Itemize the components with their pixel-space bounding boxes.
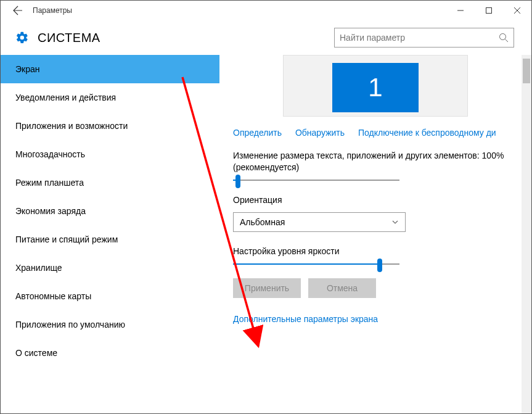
- sidebar-item-6[interactable]: Питание и спящий режим: [1, 225, 219, 254]
- svg-rect-1: [486, 8, 492, 14]
- maximize-icon: [486, 7, 492, 14]
- advanced-display-link[interactable]: Дополнительные параметры экрана: [233, 314, 518, 324]
- scroll-thumb[interactable]: [523, 59, 530, 83]
- minimize-button[interactable]: [446, 1, 475, 20]
- maximize-button[interactable]: [475, 1, 503, 20]
- orientation-value: Альбомная: [240, 217, 285, 227]
- apply-button[interactable]: Применить: [233, 278, 301, 298]
- gear-icon: [15, 31, 29, 44]
- window-title: Параметры: [33, 6, 72, 15]
- svg-line-5: [505, 39, 509, 43]
- display-preview[interactable]: 1: [283, 55, 468, 117]
- identify-link[interactable]: Определить: [233, 128, 282, 138]
- sidebar-item-9[interactable]: Приложения по умолчанию: [1, 310, 219, 339]
- orientation-dropdown[interactable]: Альбомная: [233, 212, 406, 232]
- sidebar-item-0[interactable]: Экран: [1, 55, 219, 83]
- brightness-slider[interactable]: [233, 263, 399, 265]
- search-input[interactable]: [340, 33, 509, 43]
- sidebar: ЭкранУведомления и действияПриложения и …: [1, 55, 219, 413]
- sidebar-item-2[interactable]: Приложения и возможности: [1, 112, 219, 140]
- chevron-down-icon: [391, 218, 399, 226]
- header: СИСТЕМА: [1, 20, 531, 55]
- cancel-button[interactable]: Отмена: [308, 278, 376, 298]
- titlebar: Параметры: [1, 1, 531, 20]
- back-arrow-icon: [13, 6, 23, 15]
- sidebar-item-7[interactable]: Хранилище: [1, 254, 219, 282]
- page-title: СИСТЕМА: [38, 31, 100, 45]
- minimize-icon: [457, 7, 464, 14]
- monitor-1[interactable]: 1: [332, 63, 419, 112]
- sidebar-item-8[interactable]: Автономные карты: [1, 282, 219, 310]
- detect-link[interactable]: Обнаружить: [295, 128, 345, 138]
- content-pane: 1 Определить Обнаружить Подключение к бе…: [219, 55, 531, 413]
- sidebar-item-1[interactable]: Уведомления и действия: [1, 83, 219, 112]
- sidebar-item-3[interactable]: Многозадачность: [1, 140, 219, 168]
- sidebar-item-5[interactable]: Экономия заряда: [1, 197, 219, 225]
- monitor-number: 1: [368, 73, 382, 102]
- search-box[interactable]: [334, 28, 514, 48]
- close-button[interactable]: [503, 1, 531, 20]
- scale-label: Изменение размера текста, приложений и д…: [233, 150, 518, 173]
- sidebar-item-10[interactable]: О системе: [1, 339, 219, 367]
- slider-thumb[interactable]: [235, 175, 240, 188]
- back-button[interactable]: [8, 1, 28, 20]
- sidebar-item-4[interactable]: Режим планшета: [1, 168, 219, 197]
- close-icon: [514, 7, 520, 14]
- search-icon: [499, 33, 509, 43]
- scale-slider[interactable]: [233, 180, 399, 181]
- slider-thumb[interactable]: [377, 259, 382, 272]
- svg-point-4: [500, 34, 506, 40]
- scrollbar[interactable]: [522, 55, 531, 413]
- brightness-label: Настройка уровня яркости: [233, 246, 518, 257]
- wireless-display-link[interactable]: Подключение к беспроводному ди: [358, 128, 496, 138]
- orientation-label: Ориентация: [233, 194, 518, 206]
